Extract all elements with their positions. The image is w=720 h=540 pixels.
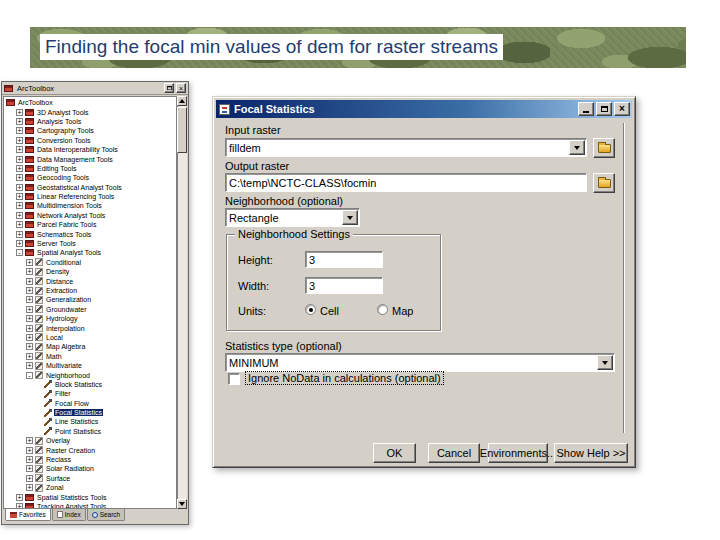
- expand-icon[interactable]: +: [16, 156, 23, 163]
- output-raster-field[interactable]: C:\temp\NCTC-CLASS\focmin: [225, 173, 587, 192]
- tree-item-local[interactable]: +Local: [4, 333, 176, 342]
- expand-icon[interactable]: +: [26, 447, 33, 454]
- tree-item-filter[interactable]: Filter: [4, 389, 176, 398]
- scroll-down-button[interactable]: [177, 499, 187, 509]
- output-raster-browse-button[interactable]: [593, 173, 615, 193]
- maximize-button[interactable]: [596, 102, 612, 116]
- expand-icon[interactable]: +: [16, 494, 23, 501]
- tree-item-hydrology[interactable]: +Hydrology: [4, 314, 176, 323]
- tree-item-generalization[interactable]: +Generalization: [4, 295, 176, 304]
- undock-button[interactable]: [164, 83, 174, 93]
- expand-icon[interactable]: +: [26, 456, 33, 463]
- expand-icon[interactable]: +: [16, 240, 23, 247]
- tree-item-line-statistics[interactable]: Line Statistics: [4, 417, 176, 426]
- tree-item-block-statistics[interactable]: Block Statistics: [4, 380, 176, 389]
- tree-item-conversion-tools[interactable]: +Conversion Tools: [4, 136, 176, 145]
- expand-icon[interactable]: +: [16, 174, 23, 181]
- tree-item-data-interoperability-tools[interactable]: +Data Interoperability Tools: [4, 145, 176, 154]
- tree-item-analysis-tools[interactable]: +Analysis Tools: [4, 117, 176, 126]
- collapse-icon[interactable]: -: [16, 249, 23, 256]
- tree-item-raster-creation[interactable]: +Raster Creation: [4, 445, 176, 454]
- tree-item-schematics-tools[interactable]: +Schematics Tools: [4, 229, 176, 238]
- scrollbar-thumb[interactable]: [177, 107, 187, 153]
- tree-item-neighborhood[interactable]: -Neighborhood: [4, 370, 176, 379]
- units-cell-radio[interactable]: [305, 304, 316, 315]
- expand-icon[interactable]: +: [26, 325, 33, 332]
- tree-item-focal-statistics[interactable]: Focal Statistics: [4, 408, 176, 417]
- expand-icon[interactable]: +: [26, 353, 33, 360]
- neighborhood-dropdown-button[interactable]: [342, 210, 358, 225]
- environments-button[interactable]: Environments...: [488, 443, 548, 463]
- tree-item-distance[interactable]: +Distance: [4, 276, 176, 285]
- tab-favorites[interactable]: Favorites: [5, 509, 51, 521]
- tree-item-multivariate[interactable]: +Multivariate: [4, 361, 176, 370]
- height-field[interactable]: 3: [305, 251, 383, 268]
- tree-item-density[interactable]: +Density: [4, 267, 176, 276]
- arctoolbox-titlebar[interactable]: ArcToolbox ×: [2, 82, 188, 95]
- expand-icon[interactable]: +: [26, 315, 33, 322]
- expand-icon[interactable]: +: [16, 165, 23, 172]
- statistics-dropdown-button[interactable]: [597, 355, 613, 370]
- dialog-titlebar[interactable]: Focal Statistics ×: [216, 100, 632, 118]
- expand-icon[interactable]: +: [26, 343, 33, 350]
- tree-item-surface[interactable]: +Surface: [4, 474, 176, 483]
- tree-item-map-algebra[interactable]: +Map Algebra: [4, 342, 176, 351]
- tree-item-spatial-statistics-tools[interactable]: +Spatial Statistics Tools: [4, 492, 176, 501]
- tree-item-geostatistical-analyst-tools[interactable]: +Geostatistical Analyst Tools: [4, 183, 176, 192]
- tree-item-spatial-analyst-tools[interactable]: -Spatial Analyst Tools: [4, 248, 176, 257]
- expand-icon[interactable]: +: [26, 296, 33, 303]
- tree-item-overlay[interactable]: +Overlay: [4, 436, 176, 445]
- tree-item-3d-analyst-tools[interactable]: +3D Analyst Tools: [4, 107, 176, 116]
- tab-index[interactable]: Index: [52, 509, 86, 521]
- tree-item-server-tools[interactable]: +Server Tools: [4, 239, 176, 248]
- expand-icon[interactable]: +: [16, 184, 23, 191]
- minimize-button[interactable]: [578, 102, 594, 116]
- tree-item-parcel-fabric-tools[interactable]: +Parcel Fabric Tools: [4, 220, 176, 229]
- expand-icon[interactable]: +: [16, 202, 23, 209]
- expand-icon[interactable]: +: [26, 437, 33, 444]
- units-map-radio[interactable]: [377, 304, 388, 315]
- input-raster-combo[interactable]: filldem: [225, 138, 587, 157]
- expand-icon[interactable]: +: [16, 127, 23, 134]
- tree-scrollbar[interactable]: [177, 96, 187, 509]
- tree-item-network-analyst-tools[interactable]: +Network Analyst Tools: [4, 211, 176, 220]
- expand-icon[interactable]: +: [16, 212, 23, 219]
- statistics-type-combo[interactable]: MINIMUM: [225, 353, 615, 372]
- tree-item-focal-flow[interactable]: Focal Flow: [4, 399, 176, 408]
- expand-icon[interactable]: +: [26, 484, 33, 491]
- cancel-button[interactable]: Cancel: [428, 443, 480, 463]
- expand-icon[interactable]: +: [26, 259, 33, 266]
- expand-icon[interactable]: +: [26, 362, 33, 369]
- tree-item-conditional[interactable]: +Conditional: [4, 258, 176, 267]
- input-raster-dropdown-button[interactable]: [569, 140, 585, 155]
- collapse-icon[interactable]: -: [26, 372, 33, 379]
- expand-icon[interactable]: +: [26, 287, 33, 294]
- tree-item-editing-tools[interactable]: +Editing Tools: [4, 164, 176, 173]
- expand-icon[interactable]: +: [26, 268, 33, 275]
- tree-item-cartography-tools[interactable]: +Cartography Tools: [4, 126, 176, 135]
- expand-icon[interactable]: +: [16, 109, 23, 116]
- tree-item-zonal[interactable]: +Zonal: [4, 483, 176, 492]
- close-button[interactable]: ×: [614, 102, 630, 116]
- tree-item-multidimension-tools[interactable]: +Multidimension Tools: [4, 201, 176, 210]
- expand-icon[interactable]: +: [26, 465, 33, 472]
- tree-item-data-management-tools[interactable]: +Data Management Tools: [4, 154, 176, 163]
- expand-icon[interactable]: +: [26, 475, 33, 482]
- tree-item-interpolation[interactable]: +Interpolation: [4, 323, 176, 332]
- expand-icon[interactable]: +: [16, 118, 23, 125]
- tree-item-linear-referencing-tools[interactable]: +Linear Referencing Tools: [4, 192, 176, 201]
- panel-close-button[interactable]: ×: [176, 83, 186, 93]
- tab-search[interactable]: Search: [87, 509, 126, 521]
- input-raster-browse-button[interactable]: [593, 138, 615, 158]
- expand-icon[interactable]: +: [26, 278, 33, 285]
- ignore-nodata-checkbox[interactable]: [228, 373, 240, 385]
- expand-icon[interactable]: +: [16, 193, 23, 200]
- ok-button[interactable]: OK: [373, 443, 416, 463]
- expand-icon[interactable]: +: [16, 231, 23, 238]
- tree-item-extraction[interactable]: +Extraction: [4, 286, 176, 295]
- scroll-up-button[interactable]: [177, 96, 187, 106]
- tree-item-groundwater[interactable]: +Groundwater: [4, 305, 176, 314]
- tree-item-solar-radiation[interactable]: +Solar Radiation: [4, 464, 176, 473]
- expand-icon[interactable]: +: [26, 306, 33, 313]
- expand-icon[interactable]: +: [16, 221, 23, 228]
